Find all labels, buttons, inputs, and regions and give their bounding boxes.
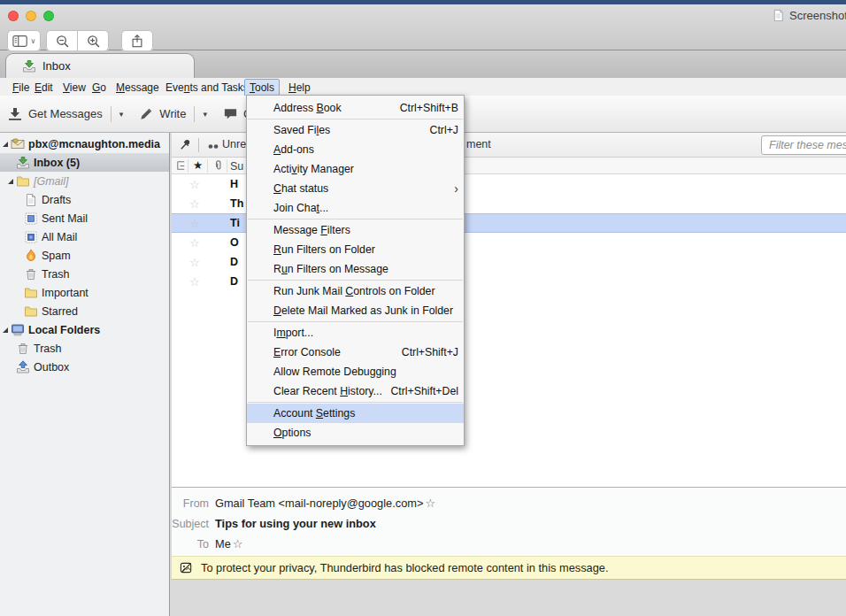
folder-item-starred[interactable]: Starred — [0, 302, 169, 320]
menubar-item-events-and-tasks[interactable]: Events and Tasks — [160, 79, 254, 96]
menu-item-import[interactable]: Import... — [247, 323, 464, 343]
menu-item-label: Delete Mail Marked as Junk in Folder — [273, 304, 453, 317]
star-icon[interactable]: ☆ — [189, 275, 204, 289]
twisty-expanded-icon[interactable] — [2, 141, 11, 148]
folder-item-spam[interactable]: Spam — [0, 246, 169, 265]
menu-item-message-filters[interactable]: Message Filters — [247, 220, 464, 240]
minimize-window-button[interactable] — [26, 11, 36, 21]
thread-icon — [175, 160, 187, 172]
folder-item-outbox[interactable]: Outbox — [0, 358, 169, 376]
folder-icon — [16, 174, 30, 189]
attachment-column-header[interactable] — [212, 159, 224, 173]
to-row: To Me ☆ — [172, 537, 242, 551]
menu-item-join-chat[interactable]: Join Chat... — [247, 198, 464, 218]
write-icon — [139, 106, 154, 121]
zoom-in-button[interactable] — [77, 30, 109, 51]
chevron-down-icon[interactable]: ▾ — [119, 110, 124, 119]
close-window-button[interactable] — [8, 11, 19, 21]
folder-item-all-mail[interactable]: All Mail — [0, 227, 169, 246]
divider — [207, 159, 208, 173]
message-header-pane: From Gmail Team <mail-noreply@google.com… — [172, 487, 846, 556]
star-icon[interactable]: ☆ — [189, 256, 204, 269]
menu-item-options[interactable]: Options — [247, 423, 464, 443]
folder-label: pbx@mcnaughton.media — [28, 138, 160, 150]
star-icon[interactable]: ☆ — [189, 236, 204, 250]
folder-item-sent-mail[interactable]: Sent Mail — [0, 209, 169, 227]
subject-column-header[interactable]: Su — [230, 160, 243, 173]
folder-item-trash[interactable]: Trash — [0, 339, 169, 358]
menubar-item-go[interactable]: Go — [87, 79, 112, 96]
folder-icon — [24, 304, 38, 319]
menu-item-run-junk-mail-controls-on-folder[interactable]: Run Junk Mail Controls on Folder — [247, 281, 464, 301]
folder-label: Important — [42, 287, 88, 299]
unread-filter-button[interactable] — [207, 141, 219, 153]
menu-item-chat-status[interactable]: Chat status› — [247, 179, 464, 198]
notification-text: To protect your privacy, Thunderbird has… — [201, 561, 608, 574]
to-value: Me — [215, 537, 231, 551]
twisty-expanded-icon[interactable] — [2, 327, 11, 334]
menu-item-run-filters-on-message[interactable]: Run Filters on Message — [247, 259, 464, 279]
tab-inbox[interactable]: Inbox — [5, 53, 195, 78]
remote-content-notification: To protect your privacy, Thunderbird has… — [172, 556, 846, 580]
zoom-out-button[interactable] — [46, 30, 78, 51]
folder-label: Starred — [42, 305, 78, 318]
menu-separator — [248, 280, 463, 281]
folder-label: [Gmail] — [34, 175, 69, 188]
folder-item-drafts[interactable]: Drafts — [0, 190, 169, 209]
star-icon[interactable]: ☆ — [189, 197, 204, 211]
menu-item-label: Account Settings — [273, 407, 355, 420]
blocked-content-icon — [180, 561, 193, 574]
zoom-window-button[interactable] — [43, 11, 54, 21]
menubar-item-edit[interactable]: Edit — [29, 79, 58, 96]
folder-label: Trash — [42, 268, 70, 281]
menu-item-label: Import... — [273, 327, 313, 339]
folder-label: Inbox (5) — [34, 157, 80, 169]
starred-column-header[interactable]: ★ — [193, 158, 203, 172]
twisty-expanded-icon[interactable] — [7, 178, 16, 185]
star-icon[interactable]: ☆ — [233, 537, 243, 551]
menu-item-allow-remote-debugging[interactable]: Allow Remote Debugging — [247, 362, 464, 381]
menu-item-activity-manager[interactable]: Activity Manager — [247, 159, 464, 179]
get-messages-button[interactable]: Get Messages ▾ — [7, 106, 123, 122]
folder-label: Drafts — [42, 194, 71, 206]
screen: Screenshot ∨ Inbox FileEditViewGoMessage… — [0, 0, 846, 616]
menu-item-clear-recent-history[interactable]: Clear Recent History...Ctrl+Shift+Del — [247, 381, 464, 401]
folder-item-local-folders[interactable]: Local Folders — [0, 320, 169, 339]
pin-filter-button[interactable] — [179, 138, 192, 154]
menu-item-address-book[interactable]: Address BookCtrl+Shift+B — [247, 98, 464, 118]
filter-messages-input[interactable] — [761, 135, 846, 155]
write-button[interactable]: Write ▾ — [139, 106, 207, 122]
thread-subject: Ti — [230, 217, 240, 229]
menu-item-run-filters-on-folder[interactable]: Run Filters on Folder — [247, 240, 464, 259]
share-button[interactable] — [121, 30, 153, 51]
folder-item-inbox-5[interactable]: Inbox (5) — [0, 153, 169, 172]
menubar-item-message[interactable]: Message — [111, 79, 165, 96]
folder-item-trash[interactable]: Trash — [0, 265, 169, 283]
attachment-filter-label[interactable]: ment — [466, 138, 491, 150]
thread-subject: D — [230, 275, 238, 288]
sidebar-toggle-button[interactable]: ∨ — [7, 30, 41, 51]
menu-item-label: Clear Recent History... — [273, 385, 382, 397]
menu-item-saved-files[interactable]: Saved FilesCtrl+J — [247, 120, 464, 140]
star-icon[interactable]: ☆ — [189, 217, 204, 230]
menu-item-delete-mail-marked-as-junk-in-folder[interactable]: Delete Mail Marked as Junk in Folder — [247, 301, 464, 320]
mail-account-icon — [11, 137, 25, 151]
chevron-down-icon[interactable]: ▾ — [203, 110, 207, 119]
folder-item-gmail[interactable]: [Gmail] — [0, 172, 169, 190]
menu-item-label: Saved Files — [273, 124, 330, 136]
menubar: FileEditViewGoMessageEvents and TasksToo… — [0, 78, 846, 96]
thread-column-header[interactable] — [175, 160, 187, 174]
subject-row: Subject Tips for using your new inbox — [172, 517, 376, 530]
folder-item-important[interactable]: Important — [0, 283, 169, 302]
folder-item-pbx-mcnaughton-media[interactable]: pbx@mcnaughton.media — [0, 135, 169, 153]
paperclip-icon — [212, 159, 224, 171]
menubar-item-tools[interactable]: Tools — [244, 79, 280, 96]
chevron-down-icon: ∨ — [31, 37, 36, 45]
menu-item-error-console[interactable]: Error ConsoleCtrl+Shift+J — [247, 343, 464, 362]
star-icon[interactable]: ☆ — [189, 178, 204, 191]
menu-item-label: Join Chat... — [273, 202, 328, 214]
menu-item-account-settings[interactable]: Account Settings — [247, 404, 464, 423]
menubar-item-help[interactable]: Help — [283, 79, 316, 96]
menu-item-add-ons[interactable]: Add-ons — [247, 140, 464, 159]
star-icon[interactable]: ☆ — [425, 497, 435, 510]
